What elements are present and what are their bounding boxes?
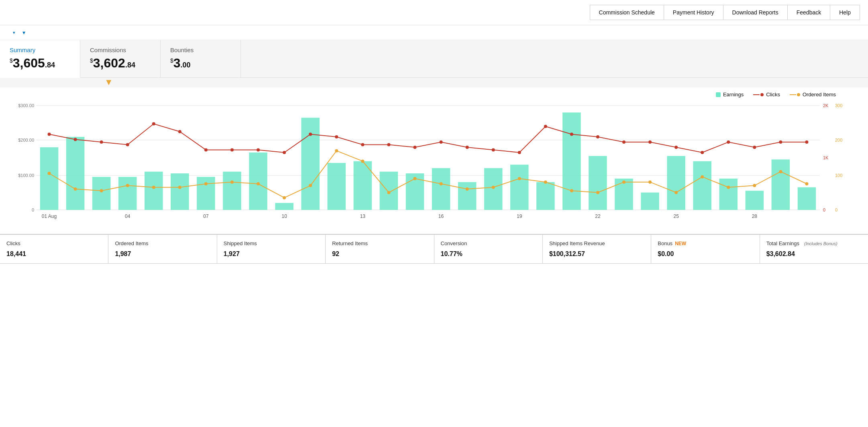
svg-point-60 — [178, 130, 181, 133]
svg-point-61 — [204, 148, 208, 152]
svg-rect-21 — [197, 177, 215, 210]
svg-text:0: 0 — [32, 207, 34, 212]
stat-label: Conversion — [441, 240, 467, 246]
stats-value: 18,441 — [6, 250, 102, 258]
stats-value: $100,312.57 — [549, 250, 644, 258]
svg-rect-38 — [641, 193, 659, 210]
svg-rect-34 — [536, 182, 555, 210]
svg-point-75 — [570, 133, 573, 136]
svg-rect-41 — [719, 179, 738, 210]
svg-point-59 — [152, 122, 155, 126]
svg-text:0: 0 — [823, 207, 825, 212]
legend-label: Clicks — [766, 92, 780, 98]
svg-rect-24 — [275, 203, 293, 210]
summary-tab-bounties[interactable]: Bounties $3.00 — [161, 40, 241, 77]
svg-point-82 — [753, 146, 756, 149]
svg-point-93 — [257, 182, 260, 185]
svg-rect-36 — [589, 156, 607, 210]
stats-value: $0.00 — [658, 250, 753, 258]
svg-rect-20 — [171, 173, 189, 210]
this-month-chevron[interactable]: ▾ — [13, 30, 15, 35]
legend-line-icon — [753, 93, 764, 96]
svg-rect-42 — [746, 191, 764, 210]
nav-button-payment-history[interactable]: Payment History — [664, 5, 723, 20]
sub-header: ▾ ▾ — [0, 25, 868, 40]
svg-point-106 — [596, 191, 599, 194]
svg-point-99 — [413, 177, 416, 180]
stats-value: $3,602.84 — [766, 250, 862, 258]
svg-rect-33 — [510, 165, 529, 210]
svg-point-107 — [622, 181, 626, 184]
svg-point-86 — [74, 187, 77, 191]
stats-cell-clicks: Clicks 18,441 — [0, 235, 108, 263]
svg-point-101 — [466, 187, 469, 191]
summary-tab-commissions[interactable]: Commissions $3,602.84 — [80, 40, 161, 77]
nav-button-download-reports[interactable]: Download Reports — [723, 5, 788, 20]
date-filter-area: ▾ ▾ — [8, 29, 25, 36]
svg-rect-16 — [66, 137, 85, 210]
stats-cell-returned-items: Returned Items 92 — [326, 235, 434, 263]
new-badge: NEW — [675, 241, 686, 246]
nav-button-feedback[interactable]: Feedback — [788, 5, 830, 20]
svg-point-74 — [544, 125, 547, 128]
legend-label: Earnings — [723, 92, 744, 98]
summary-tab-summary[interactable]: Summary $3,605.84 — [0, 40, 80, 78]
stats-label-container: Returned Items — [332, 240, 427, 246]
stats-cell-total-earnings: Total Earnings(Includes Bonus) $3,602.84 — [760, 235, 868, 263]
svg-rect-40 — [693, 161, 711, 210]
stat-label: Ordered Items — [115, 240, 148, 246]
svg-rect-22 — [223, 172, 241, 210]
svg-point-114 — [805, 182, 808, 185]
tracking-chevron[interactable]: ▾ — [22, 29, 25, 36]
nav-button-help[interactable]: Help — [830, 5, 860, 20]
svg-point-95 — [309, 184, 312, 187]
svg-rect-44 — [798, 187, 816, 210]
tab-value: $3,602.84 — [90, 56, 144, 71]
svg-text:300: 300 — [835, 103, 842, 108]
svg-point-94 — [283, 196, 286, 199]
svg-point-62 — [230, 148, 234, 152]
svg-point-67 — [361, 143, 364, 146]
chart-wrapper: $300.00$200.00$100.0002K1K0300200100001 … — [8, 102, 860, 230]
stats-cell-shipped-items-revenue: Shipped Items Revenue $100,312.57 — [543, 235, 651, 263]
svg-point-90 — [178, 186, 181, 189]
nav-button-commission-schedule[interactable]: Commission Schedule — [590, 5, 664, 20]
legend-line-icon — [790, 93, 800, 96]
svg-text:100: 100 — [835, 173, 842, 178]
svg-point-87 — [100, 189, 103, 192]
svg-point-83 — [779, 140, 782, 144]
legend-label: Ordered Items — [803, 92, 836, 98]
svg-rect-39 — [667, 156, 685, 210]
chart-legend: Earnings Clicks Ordered Items — [8, 92, 860, 98]
stats-cell-conversion: Conversion 10.77% — [434, 235, 543, 263]
svg-point-98 — [387, 191, 390, 194]
svg-rect-15 — [40, 147, 59, 210]
svg-rect-32 — [484, 168, 503, 210]
svg-point-58 — [126, 143, 129, 146]
svg-point-110 — [701, 175, 704, 179]
svg-point-68 — [387, 143, 390, 146]
tab-label: Summary — [10, 47, 64, 53]
svg-rect-17 — [92, 177, 111, 210]
svg-point-109 — [674, 191, 678, 194]
svg-point-100 — [440, 182, 443, 185]
svg-text:2K: 2K — [823, 103, 829, 108]
svg-rect-25 — [301, 118, 320, 210]
svg-point-64 — [283, 151, 286, 154]
svg-point-89 — [152, 186, 155, 189]
svg-point-84 — [805, 140, 808, 144]
stats-cell-ordered-items: Ordered Items 1,987 — [108, 235, 217, 263]
svg-text:16: 16 — [438, 214, 444, 219]
svg-point-79 — [674, 146, 678, 149]
svg-point-63 — [257, 148, 260, 152]
stat-label: Clicks — [6, 240, 20, 246]
svg-rect-28 — [380, 172, 398, 210]
svg-point-103 — [518, 177, 521, 180]
svg-text:19: 19 — [517, 214, 522, 219]
tab-label: Commissions — [90, 47, 144, 53]
stat-label: Bonus — [658, 240, 672, 246]
svg-rect-35 — [562, 112, 581, 210]
stats-label-container: Shipped Items Revenue — [549, 240, 644, 246]
svg-point-78 — [648, 140, 652, 144]
svg-text:01 Aug: 01 Aug — [42, 214, 57, 219]
